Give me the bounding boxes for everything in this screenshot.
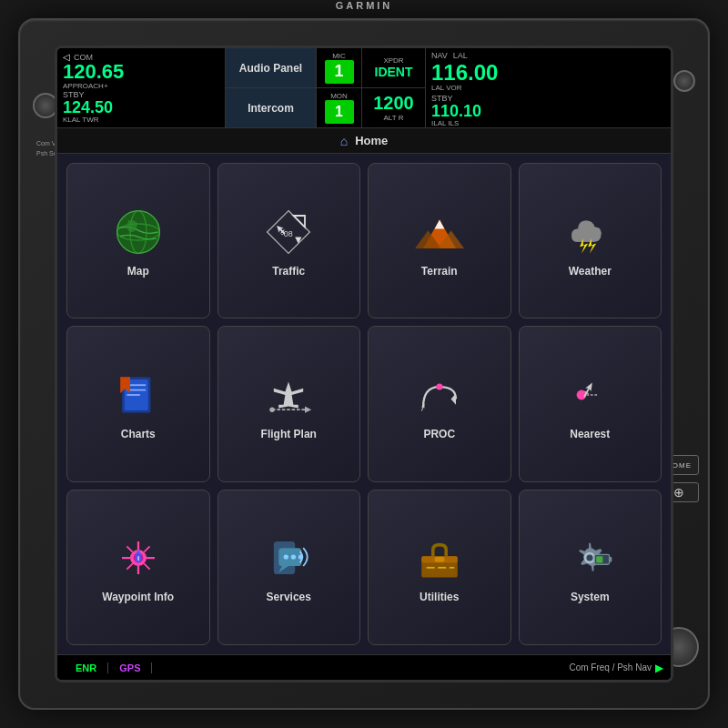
audio-panel-button[interactable]: Audio Panel xyxy=(226,48,316,88)
status-bar: ◁ COM 120.65 APPROACH+ STBY 124.50 KLAL … xyxy=(57,48,671,128)
grid-item-services[interactable]: Services xyxy=(217,490,361,645)
traffic-icon: -08 xyxy=(261,205,316,259)
svg-rect-49 xyxy=(434,557,444,561)
svg-line-38 xyxy=(144,564,149,570)
grid-item-charts[interactable]: Charts xyxy=(66,326,210,481)
mon-value[interactable]: 1 xyxy=(325,100,354,124)
weather-icon xyxy=(562,205,617,259)
map-icon xyxy=(111,205,166,259)
flight-plan-icon xyxy=(261,368,316,422)
mon-label: MON xyxy=(330,92,348,100)
mic-xpdr-section: MIC 1 XPDR IDENT MON 1 xyxy=(317,48,426,127)
direct-icon: ⊕ xyxy=(673,485,684,500)
bottom-enr-label[interactable]: ENR xyxy=(65,662,108,673)
charts-label: Charts xyxy=(121,428,156,440)
grid-item-weather[interactable]: Weather xyxy=(519,163,662,318)
bottom-gps-label[interactable]: GPS xyxy=(108,662,152,673)
svg-rect-57 xyxy=(596,557,602,563)
bottom-arrow-icon: ▶ xyxy=(655,662,663,674)
main-grid: Map xyxy=(57,154,671,654)
charts-icon xyxy=(111,368,166,422)
nav-stby-sublabel: ILAL ILS xyxy=(431,119,665,127)
com-section: ◁ COM 120.65 APPROACH+ STBY 124.50 KLAL … xyxy=(57,48,226,127)
home-bar: ⌂ Home xyxy=(57,128,671,154)
terrain-icon xyxy=(412,205,467,259)
svg-marker-24 xyxy=(305,407,311,413)
svg-line-37 xyxy=(126,547,132,552)
lal-label: LAL xyxy=(453,51,468,60)
intercom-button[interactable]: Intercom xyxy=(226,88,316,127)
weather-label: Weather xyxy=(569,265,612,278)
grid-item-map[interactable]: Map xyxy=(66,163,210,318)
device: GARMIN HOME ⊕ Com Vol Psh Sq ◁ xyxy=(18,18,710,710)
svg-line-40 xyxy=(126,564,132,570)
proc-label: PROC xyxy=(423,428,455,440)
system-icon xyxy=(562,531,617,585)
grid-item-waypoint-info[interactable]: i Waypoint Info xyxy=(66,490,210,645)
com-stby-sublabel: KLAL TWR xyxy=(63,116,219,124)
mon-box: MON 1 xyxy=(317,88,362,128)
svg-point-45 xyxy=(291,555,296,560)
waypoint-info-icon: i xyxy=(111,531,166,585)
traffic-label: Traffic xyxy=(272,265,305,278)
svg-point-54 xyxy=(587,555,593,561)
screen-container: ◁ COM 120.65 APPROACH+ STBY 124.50 KLAL … xyxy=(55,46,673,682)
mic-label: MIC xyxy=(332,52,346,60)
proc-icon xyxy=(412,368,467,422)
alt-label: ALT R xyxy=(384,114,404,122)
bottom-info: Com Freq / Psh Nav ▶ xyxy=(569,662,663,674)
svg-rect-42 xyxy=(278,549,301,567)
grid-item-traffic[interactable]: -08 Traffic xyxy=(217,163,361,318)
system-label: System xyxy=(571,591,610,603)
nav-active-sublabel: LAL VOR xyxy=(431,84,665,92)
home-icon: ⌂ xyxy=(340,134,348,148)
screen: ◁ COM 120.65 APPROACH+ STBY 124.50 KLAL … xyxy=(57,48,671,680)
xpdr-label: XPDR xyxy=(383,56,403,65)
squawk-box: 1200 ALT R xyxy=(362,88,425,128)
com-active-sublabel: APPROACH+ xyxy=(63,82,219,90)
audio-section: Audio Panel Intercom xyxy=(226,48,317,127)
grid-item-terrain[interactable]: Terrain xyxy=(368,163,511,318)
right-knob-top[interactable] xyxy=(673,70,695,92)
mic-value[interactable]: 1 xyxy=(325,60,354,84)
svg-marker-5 xyxy=(294,216,306,228)
com-active-freq[interactable]: 120.65 xyxy=(63,62,219,82)
svg-point-23 xyxy=(270,407,275,411)
com-stby-freq[interactable]: 124.50 xyxy=(63,99,219,116)
map-label: Map xyxy=(127,265,149,278)
terrain-label: Terrain xyxy=(421,265,458,278)
svg-rect-26 xyxy=(421,407,423,411)
svg-rect-56 xyxy=(610,557,612,561)
mic-box: MIC 1 xyxy=(317,48,362,87)
utilities-label: Utilities xyxy=(420,591,459,603)
nav-label: NAV xyxy=(431,51,448,60)
grid-item-utilities[interactable]: Utilities xyxy=(368,490,511,645)
bottom-bar: ENR GPS Com Freq / Psh Nav ▶ xyxy=(57,654,671,680)
waypoint-info-label: Waypoint Info xyxy=(102,591,174,603)
xpdr-ident[interactable]: IDENT xyxy=(375,65,413,79)
svg-point-27 xyxy=(436,383,442,389)
grid-item-nearest[interactable]: Nearest xyxy=(519,326,662,481)
nav-active-freq[interactable]: 116.00 xyxy=(431,62,665,84)
svg-marker-11 xyxy=(434,219,444,228)
nearest-icon xyxy=(562,368,617,422)
svg-marker-8 xyxy=(295,237,301,243)
svg-point-44 xyxy=(284,555,288,560)
services-icon xyxy=(261,531,316,585)
svg-text:-08: -08 xyxy=(281,229,293,238)
squawk-code[interactable]: 1200 xyxy=(373,93,414,114)
svg-text:i: i xyxy=(137,554,139,562)
svg-marker-25 xyxy=(450,393,455,405)
xpdr-box: XPDR IDENT xyxy=(362,48,425,87)
services-label: Services xyxy=(267,591,311,603)
home-title: Home xyxy=(355,134,388,147)
svg-line-39 xyxy=(144,547,149,552)
grid-item-flight-plan[interactable]: Flight Plan xyxy=(217,326,361,481)
brand-label: GARMIN xyxy=(336,0,393,11)
grid-item-system[interactable]: System xyxy=(519,490,662,645)
utilities-icon xyxy=(412,531,467,585)
nav-section: NAV LAL 116.00 LAL VOR STBY 110.10 ILAL … xyxy=(426,48,671,127)
flight-plan-label: Flight Plan xyxy=(261,428,317,440)
grid-item-proc[interactable]: PROC xyxy=(368,326,511,481)
nav-stby-freq[interactable]: 110.10 xyxy=(431,103,665,119)
